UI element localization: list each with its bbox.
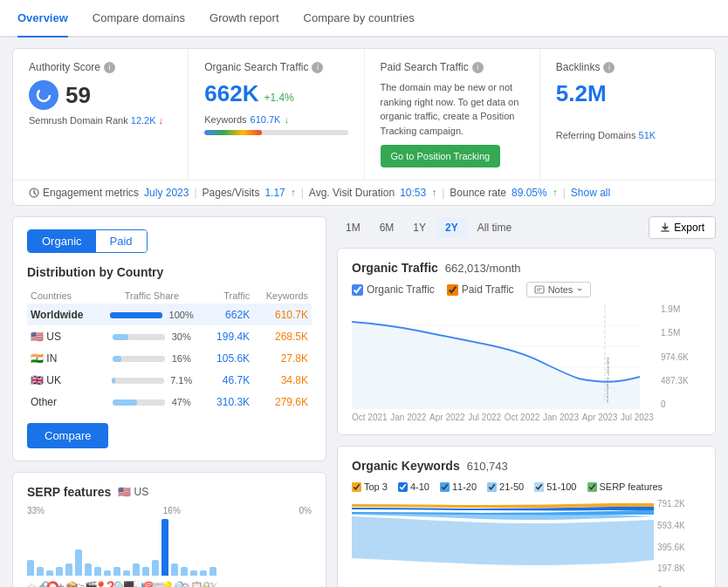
info-icon-paid[interactable]: i <box>472 62 484 73</box>
tab-compare-domains[interactable]: Compare domains <box>93 0 185 36</box>
authority-score-value: 59 <box>65 82 91 109</box>
avg-visit-value: 10:53 <box>400 187 426 199</box>
info-icon-organic[interactable]: i <box>312 62 323 73</box>
paid-toggle-btn[interactable]: Paid <box>96 230 147 252</box>
time-controls-row: 1M 6M 1Y 2Y All time Export <box>337 216 716 239</box>
distribution-title: Distribution by Country <box>27 265 312 279</box>
time-btn-2y[interactable]: 2Y <box>436 218 467 237</box>
compare-button[interactable]: Compare <box>27 423 108 448</box>
col-traffic-share: Traffic Share <box>98 288 205 304</box>
time-btn-all[interactable]: All time <box>469 218 520 237</box>
serp-pct-0: 0% <box>299 506 312 515</box>
col-traffic: Traffic <box>205 288 253 304</box>
backlinks-value: 5.2M <box>556 80 607 106</box>
y-label-2: 1.5M <box>661 328 701 338</box>
legend-4-10[interactable]: 4-10 <box>398 481 429 492</box>
y-label-1: 1.9M <box>661 304 701 314</box>
organic-traffic-panel: Organic Traffic 662,013/month Organic Tr… <box>337 248 716 435</box>
kw-y-label-1: 791.2K <box>657 499 701 509</box>
export-button[interactable]: Export <box>649 216 716 239</box>
x-label-jul23: Jul 2023 <box>621 413 654 422</box>
x-label-jul22: Jul 2022 <box>468 413 501 422</box>
organic-traffic-value: 662K <box>204 80 258 107</box>
metrics-bar: Authority Score i 59 Semrush Domain Rank… <box>12 48 716 180</box>
paid-traffic-description: The domain may be new or not ranking rig… <box>381 80 524 138</box>
pages-visits-value: 1.17 <box>264 187 285 199</box>
organic-keywords-value: 610,743 <box>467 460 508 473</box>
time-btn-1m[interactable]: 1M <box>337 218 369 237</box>
keywords-legend: Top 3 4-10 11-20 21-50 <box>352 481 701 492</box>
serp-pct-16: 16% <box>163 506 181 515</box>
tab-compare-countries[interactable]: Compare by countries <box>304 0 415 36</box>
col-keywords: Keywords <box>253 288 312 304</box>
organic-traffic-chart-subtitle: 662,013/month <box>445 262 521 275</box>
authority-score-label: Authority Score i <box>29 61 172 73</box>
y-label-4: 487.3K <box>661 376 701 386</box>
legend-top3[interactable]: Top 3 <box>352 481 388 492</box>
paid-traffic-label: Paid Search Traffic i <box>381 61 524 73</box>
avg-visit-label: Avg. Visit Duration <box>309 187 395 199</box>
position-tracking-button[interactable]: Go to Position Tracking <box>381 145 501 167</box>
engagement-label: Engagement metrics <box>29 187 139 199</box>
x-label-jan23: Jan 2023 <box>543 413 579 422</box>
notes-legend[interactable]: Notes <box>526 282 592 297</box>
bounce-rate-label: Bounce rate <box>450 187 506 199</box>
x-label-apr23: Apr 2023 <box>582 413 618 422</box>
x-label-oct22: Oct 2022 <box>505 413 540 422</box>
legend-21-50[interactable]: 21-50 <box>487 481 524 492</box>
table-row: Other 47% 310.3K 279.6K <box>27 391 312 413</box>
table-row: 🇮🇳 IN 16% 105.6K 27.8K <box>27 347 312 369</box>
organic-traffic-label: Organic Search Traffic i <box>204 61 347 73</box>
x-label-oct21: Oct 2021 <box>352 413 388 422</box>
organic-traffic-chart-title: Organic Traffic <box>352 261 438 275</box>
organic-toggle-btn[interactable]: Organic <box>28 230 96 252</box>
organic-traffic-change: +1.4% <box>264 92 293 104</box>
time-buttons: 1M 6M 1Y 2Y All time <box>337 218 520 237</box>
organic-traffic-metric: Organic Search Traffic i 662K +1.4% Keyw… <box>189 49 364 180</box>
organic-keywords-title: Organic Keywords <box>352 459 460 473</box>
tab-overview[interactable]: Overview <box>17 0 68 38</box>
legend-serp-features[interactable]: SERP features <box>587 481 663 492</box>
info-icon[interactable]: i <box>104 62 115 73</box>
svg-rect-2 <box>535 286 544 293</box>
engagement-bar: Engagement metrics July 2023 | Pages/Vis… <box>12 180 716 206</box>
serp-features-panel: SERP features 🇺🇸 US 33% 16% 0% <box>12 472 326 587</box>
time-btn-6m[interactable]: 6M <box>371 218 403 237</box>
x-label-jan22: Jan 2022 <box>390 413 426 422</box>
nav-tabs: Overview Compare domains Growth report C… <box>0 0 728 38</box>
organic-paid-toggle: Organic Paid <box>27 229 148 253</box>
paid-traffic-metric: Paid Search Traffic i The domain may be … <box>365 49 540 180</box>
svg-text:SERP features: SERP features <box>606 357 609 403</box>
serp-pct-33: 33% <box>27 506 45 515</box>
serp-icons-row: ☆ 🔗 ⭕ ★ 📦 🗂 🎬 📍 ❓ 🔍 ⬛ 📊 🎯 📰 💡 🔎 <box>27 581 312 587</box>
serp-title: SERP features <box>27 485 111 499</box>
backlinks-label: Backlinks i <box>556 61 699 73</box>
distribution-table: Countries Traffic Share Traffic Keywords… <box>27 288 312 413</box>
legend-11-20[interactable]: 11-20 <box>440 481 477 492</box>
legend-51-100[interactable]: 51-100 <box>534 481 576 492</box>
time-btn-1y[interactable]: 1Y <box>404 218 435 237</box>
referring-domains-sub: Referring Domains 51K <box>556 130 699 140</box>
table-row: 🇬🇧 UK 7.1% 46.7K 34.8K <box>27 369 312 391</box>
avg-visit-arrow: ↑ <box>431 187 436 199</box>
authority-score-icon <box>29 80 58 110</box>
svg-point-0 <box>38 89 50 101</box>
paid-traffic-legend[interactable]: Paid Traffic <box>447 283 514 296</box>
x-label-apr22: Apr 2022 <box>429 413 465 422</box>
kw-y-label-3: 395.6K <box>657 543 701 552</box>
left-main-panel: Organic Paid Distribution by Country Cou… <box>12 216 326 461</box>
kw-y-label-4: 197.8K <box>657 563 701 573</box>
col-countries: Countries <box>27 288 98 304</box>
engagement-date: July 2023 <box>144 187 189 199</box>
table-row: Worldwide 100% 662K 610.7K <box>27 304 312 325</box>
bounce-rate-arrow: ↑ <box>553 187 558 199</box>
info-icon-backlinks[interactable]: i <box>603 62 615 73</box>
y-label-5: 0 <box>661 399 701 409</box>
y-label-3: 974.6K <box>661 352 701 362</box>
pages-visits-label: Pages/Visits <box>203 187 260 199</box>
serp-bar-chart <box>27 519 312 576</box>
show-all-link[interactable]: Show all <box>571 187 610 199</box>
keywords-sub: Keywords 610.7K ↓ <box>204 114 347 125</box>
organic-traffic-legend[interactable]: Organic Traffic <box>352 283 435 296</box>
tab-growth-report[interactable]: Growth report <box>209 0 278 36</box>
